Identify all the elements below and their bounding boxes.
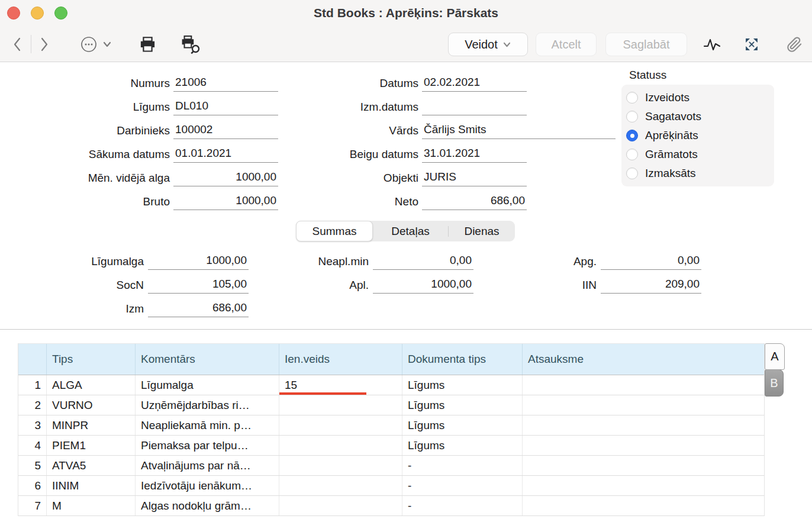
beigu-datums-field[interactable]: 31.01.2021	[422, 147, 527, 163]
row-number[interactable]: 1	[18, 375, 46, 395]
cell-atsauksme[interactable]	[522, 375, 764, 395]
table-header-row: Tips Komentārs Ien.veids Dokumenta tips …	[18, 343, 764, 375]
cell-komentars[interactable]: Neapliekamā min. p…	[135, 415, 279, 435]
flip-tab-a[interactable]: A	[765, 343, 785, 370]
paperclip-icon	[787, 37, 803, 53]
apl-field[interactable]: 1000,00	[373, 278, 473, 294]
bruto-field[interactable]: 1000,00	[173, 194, 278, 210]
sakuma-datums-field[interactable]: 01.01.2021	[173, 147, 278, 163]
saglabat-button[interactable]: Saglabāt	[605, 33, 687, 56]
status-option-izveidots[interactable]: Izveidots	[626, 88, 689, 107]
atcelt-button[interactable]: Atcelt	[536, 33, 597, 56]
atcelt-button-label: Atcelt	[551, 38, 581, 51]
status-option-sagatavots[interactable]: Sagatavots	[626, 107, 701, 126]
cell-tips[interactable]: ATVA5	[46, 456, 135, 475]
expand-button[interactable]	[742, 35, 761, 54]
neto-label: Neto	[270, 195, 418, 208]
cell-tips[interactable]: IINIM	[46, 476, 135, 495]
status-option-aprekinats[interactable]: Aprēķināts	[626, 126, 698, 145]
cell-dokumenta-tips[interactable]: -	[402, 456, 522, 475]
more-options-button[interactable]	[77, 36, 115, 53]
cell-komentars[interactable]: Algas nodokļu grām…	[135, 496, 279, 515]
print-button[interactable]	[137, 34, 157, 54]
view-tabs: Summas Detaļas Dienas	[296, 221, 515, 241]
ligums-field[interactable]: DL010	[173, 99, 278, 115]
flip-tab-b[interactable]: B	[765, 369, 784, 397]
izm-datums-field[interactable]	[422, 99, 527, 115]
forward-button[interactable]	[37, 36, 52, 53]
cell-ienveids[interactable]	[279, 476, 402, 495]
cell-komentars[interactable]: Piemaksa par telpu…	[135, 436, 279, 455]
apg-field[interactable]: 0,00	[601, 254, 701, 270]
cell-dokumenta-tips[interactable]: Līgums	[402, 415, 522, 435]
saglabat-button-label: Saglabāt	[623, 38, 670, 51]
cell-dokumenta-tips[interactable]: -	[402, 476, 522, 495]
socn-field[interactable]: 105,00	[148, 278, 249, 294]
darbinieks-field[interactable]: 100002	[173, 123, 278, 139]
cell-tips[interactable]: VURNO	[46, 395, 135, 415]
cell-tips[interactable]: M	[46, 496, 135, 515]
row-number[interactable]: 3	[18, 415, 46, 435]
print-preview-button[interactable]	[178, 34, 204, 56]
cell-ienveids[interactable]: 15	[279, 375, 402, 395]
attachments-button[interactable]	[785, 35, 804, 54]
cell-dokumenta-tips[interactable]: Līgums	[402, 436, 522, 455]
expand-icon	[743, 36, 760, 53]
tab-detalas[interactable]: Detaļas	[373, 221, 448, 241]
cell-ienveids[interactable]	[279, 496, 402, 515]
cell-atsauksme[interactable]	[522, 456, 764, 475]
men-videja-alga-label: Mēn. vidējā alga	[22, 172, 170, 185]
vards-field[interactable]: Čārlijs Smits	[422, 123, 616, 139]
ligums-label: Līgums	[22, 101, 170, 114]
cell-komentars[interactable]: Uzņēmējdarbības ri…	[135, 395, 279, 415]
cell-komentars[interactable]: Iedzīvotāju ienākum…	[135, 476, 279, 495]
cell-atsauksme[interactable]	[522, 476, 764, 495]
cell-ienveids[interactable]	[279, 415, 402, 435]
cell-dokumenta-tips[interactable]: Līgums	[402, 375, 522, 395]
cell-ienveids[interactable]	[279, 395, 402, 415]
numurs-field[interactable]: 21006	[173, 76, 278, 92]
status-option-gramatots[interactable]: Grāmatots	[626, 145, 698, 164]
cell-tips[interactable]: MINPR	[46, 415, 135, 435]
men-videja-alga-field[interactable]: 1000,00	[173, 170, 278, 186]
cell-ienveids[interactable]	[279, 436, 402, 455]
ligumalga-field[interactable]: 1000,00	[148, 254, 249, 270]
bruto-label: Bruto	[22, 195, 170, 208]
cell-komentars[interactable]: Atvaļinājums par nā…	[135, 456, 279, 475]
cell-value: 15	[285, 379, 297, 392]
cell-tips[interactable]: ALGA	[46, 375, 135, 395]
iin-field[interactable]: 209,00	[601, 278, 701, 294]
table-row: 5 ATVA5 Atvaļinājums par nā… -	[18, 456, 764, 476]
active-cell-indicator	[279, 392, 366, 395]
cell-ienveids[interactable]	[279, 456, 402, 475]
izm-field[interactable]: 686,00	[148, 301, 249, 317]
objekti-field[interactable]: JURIS	[422, 170, 527, 186]
activity-button[interactable]	[700, 36, 724, 53]
cell-dokumenta-tips[interactable]: Līgums	[402, 395, 522, 415]
tab-summas[interactable]: Summas	[296, 221, 373, 241]
beigu-datums-label: Beigu datums	[270, 148, 418, 161]
row-number[interactable]: 2	[18, 395, 46, 415]
activity-pulse-icon	[702, 37, 722, 52]
cell-tips[interactable]: PIEM1	[46, 436, 135, 455]
status-group-label: Statuss	[629, 69, 666, 82]
cell-atsauksme[interactable]	[522, 395, 764, 415]
row-number[interactable]: 6	[18, 476, 46, 495]
row-number[interactable]: 7	[18, 496, 46, 515]
cell-atsauksme[interactable]	[522, 496, 764, 515]
cell-atsauksme[interactable]	[522, 415, 764, 435]
back-button[interactable]	[9, 36, 25, 53]
status-option-izmaksats[interactable]: Izmaksāts	[626, 164, 696, 183]
cell-komentars[interactable]: Līgumalga	[135, 375, 279, 395]
cell-atsauksme[interactable]	[522, 436, 764, 455]
row-number[interactable]: 5	[18, 456, 46, 475]
neto-field[interactable]: 686,00	[422, 194, 527, 210]
neapl-min-field[interactable]: 0,00	[373, 254, 473, 270]
cell-dokumenta-tips[interactable]: -	[402, 496, 522, 515]
datums-field[interactable]: 02.02.2021	[422, 76, 527, 92]
veidot-button[interactable]: Veidot	[448, 33, 528, 56]
tab-dienas[interactable]: Dienas	[449, 221, 515, 241]
app-window: Std Books : Aprēķins: Pārskats	[0, 0, 812, 522]
row-number[interactable]: 4	[18, 436, 46, 455]
iin-label: IIN	[478, 279, 597, 292]
